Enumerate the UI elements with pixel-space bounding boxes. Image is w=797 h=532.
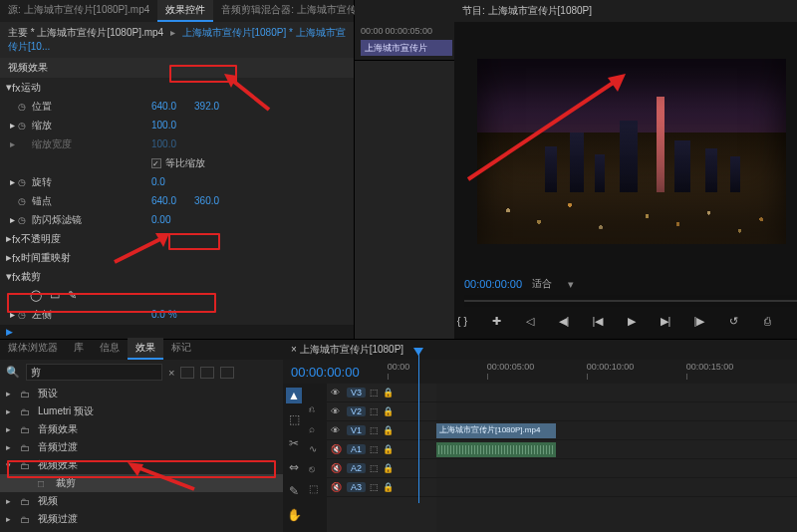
tab-effect-controls[interactable]: 效果控件 [157,0,213,22]
scale-value[interactable]: 100.0 [151,120,176,131]
rect-mask-icon[interactable]: ▭ [50,289,60,302]
track-tag[interactable]: V2 [347,406,366,416]
tree-row[interactable]: ▾ 🗀 视频效果 [0,456,283,474]
stopwatch-icon[interactable]: ◷ [18,196,32,206]
tree-row[interactable]: ▸ 🗀 音频过渡 [0,438,283,456]
timeline-sequence-tab[interactable]: × 上海城市宣传片[1080P] [283,340,797,360]
lock-icon[interactable]: 🔒 [383,388,395,398]
program-monitor[interactable] [477,59,786,244]
chevron-icon[interactable]: ▸ [6,389,16,399]
track-target-icon[interactable]: ⬚ [370,463,379,473]
prev-frame-button[interactable]: |◀ [590,313,606,329]
chevron-right-icon[interactable]: ▸ [6,120,18,131]
timeline-tool[interactable]: ✎ [286,483,302,499]
program-mini-ruler[interactable] [464,295,797,307]
playhead[interactable] [418,354,419,503]
tree-row[interactable]: ▸ 🗀 预设 [0,385,283,402]
tab-effects[interactable]: 效果 [128,338,163,360]
track-tag[interactable]: A1 [347,444,366,454]
chevron-icon[interactable]: ▾ [6,460,16,470]
track-header[interactable]: 🔇 A1 ⬚ 🔒 [327,440,436,459]
stopwatch-icon[interactable]: ◷ [18,121,32,131]
track-target-icon[interactable]: ⬚ [370,482,379,492]
track-header[interactable]: 👁 V1 ⬚ 🔒 [327,421,436,440]
tree-row[interactable]: □ 裁剪 [0,474,283,492]
track-lane[interactable]: 上海城市宣传片[1080P].mp4 [436,421,797,440]
tree-row[interactable]: ▸ 🗀 视频 [0,492,283,510]
track-header[interactable]: 👁 V2 ⬚ 🔒 [327,402,436,421]
audio-clip[interactable] [436,442,556,457]
crop-header[interactable]: ▾fx 裁剪 [0,267,354,286]
motion-header[interactable]: ▾ fx 运动 [0,78,354,97]
track-target-icon[interactable]: ⬚ [370,388,379,398]
tab-info[interactable]: 信息 [92,338,128,360]
timeline-tool[interactable]: ✂ [286,435,302,451]
next-frame-button[interactable]: ▶| [658,313,673,329]
track-header[interactable]: 🔇 A2 ⬚ 🔒 [327,459,436,478]
track-target-icon[interactable]: ⬚ [370,444,379,454]
uniform-scale-checkbox[interactable] [151,158,161,168]
position-y-value[interactable]: 392.0 [194,101,219,112]
timeline-option-icon[interactable]: ⬚ [309,483,323,497]
track-lane[interactable] [436,478,797,497]
timeline-option-icon[interactable]: ∿ [309,443,323,457]
timeline-option-icon[interactable]: ⎌ [309,403,323,417]
chevron-icon[interactable]: ▸ [6,514,16,524]
track-tag[interactable]: V3 [347,388,366,398]
timeline-option-icon[interactable]: ⌕ [309,423,323,437]
tree-row[interactable]: ▸ 🗀 视频过渡 [0,510,283,528]
loop-button[interactable]: ↺ [725,313,741,329]
program-timecode[interactable]: 00:00:00:00 [464,278,522,290]
accel-badge[interactable] [180,367,194,379]
chevron-down-icon[interactable]: ▾ [568,278,574,291]
fx-badge[interactable]: fx [12,82,21,94]
tracks-area[interactable]: 上海城市宣传片[1080P].mp4 [436,384,797,532]
playhead-start-icon[interactable]: ▶ [6,327,13,337]
timeline-tool[interactable]: ⬚ [286,411,302,427]
tree-row[interactable]: ▸ 🗀 音频效果 [0,420,283,438]
lock-icon[interactable]: 🔒 [383,444,395,454]
chevron-icon[interactable]: ▸ [6,496,16,506]
go-to-out-button[interactable]: |▶ [691,313,707,329]
toggle-track-icon[interactable]: 👁 [331,406,343,416]
tree-row[interactable]: ▸ 🗀 Lumetri 预设 [0,402,283,420]
mark-in-out-button[interactable]: { } [454,313,470,329]
chevron-icon[interactable]: ▸ [6,442,16,452]
track-lane[interactable] [436,440,797,459]
video-clip[interactable]: 上海城市宣传片[1080P].mp4 [436,423,556,438]
track-header[interactable]: 🔇 A3 ⬚ 🔒 [327,478,436,497]
position-x-value[interactable]: 640.0 [151,101,176,112]
step-back-button[interactable]: ◁ [522,313,538,329]
pen-mask-icon[interactable]: ✎ [68,289,77,302]
lock-icon[interactable]: 🔒 [383,482,395,492]
clip-bar[interactable]: 上海城市宣传片[1080P].mp4 [361,40,452,56]
track-tag[interactable]: A3 [347,482,366,492]
antiflicker-value[interactable]: 0.00 [151,214,170,225]
chevron-icon[interactable]: ▸ [6,424,16,434]
timeline-timecode[interactable]: 00:00:00:00 [291,365,360,380]
toggle-track-icon[interactable]: 🔇 [331,463,343,473]
32bit-badge[interactable] [200,367,214,379]
chevron-icon[interactable]: ▸ [6,406,16,416]
lock-icon[interactable]: 🔒 [383,406,395,416]
toggle-track-icon[interactable]: 🔇 [331,444,343,454]
effects-search-input[interactable] [26,364,162,381]
fx-badge[interactable]: fx [12,271,21,283]
track-target-icon[interactable]: ⬚ [370,425,379,435]
stopwatch-icon[interactable]: ◷ [18,177,32,187]
clear-search-icon[interactable]: × [168,367,174,379]
tab-markers[interactable]: 标记 [163,338,199,360]
play-button[interactable]: ▶ [624,313,640,329]
go-to-in-button[interactable]: ◀| [556,313,572,329]
opacity-header[interactable]: ▸fx 不透明度 [0,229,354,248]
track-tag[interactable]: A2 [347,463,366,473]
track-lane[interactable] [436,459,797,478]
rotation-value[interactable]: 0.0 [151,176,165,187]
lock-icon[interactable]: 🔒 [383,463,395,473]
lock-icon[interactable]: 🔒 [383,425,395,435]
toggle-track-icon[interactable]: 👁 [331,425,343,435]
stopwatch-icon[interactable]: ◷ [18,215,32,225]
stopwatch-icon[interactable]: ◷ [18,102,32,112]
track-lane[interactable] [436,402,797,421]
track-lane[interactable] [436,384,797,402]
